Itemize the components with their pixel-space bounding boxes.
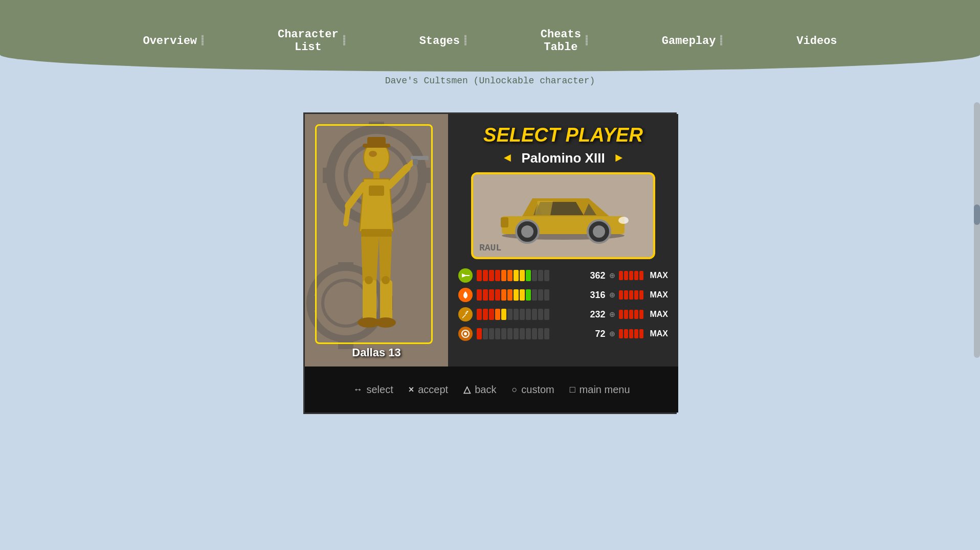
bar-seg xyxy=(489,289,494,301)
stat-value-1: 362 xyxy=(585,270,606,281)
scrollbar-thumb[interactable] xyxy=(974,204,980,225)
bar-container-3 xyxy=(477,309,581,320)
bar-seg xyxy=(483,289,488,301)
max-bar-seg xyxy=(639,310,643,319)
stat-max-label-4: MAX xyxy=(650,329,668,338)
max-bar-seg xyxy=(624,290,628,300)
bar-seg xyxy=(483,328,488,339)
prev-player-arrow[interactable]: ◄ xyxy=(504,151,511,165)
bar-seg xyxy=(501,270,506,281)
nav-item-stages[interactable]: Stages ⁞ xyxy=(409,28,478,54)
ctrl-main-menu: □ main menu xyxy=(570,384,630,396)
ctrl-label-select: select xyxy=(366,384,393,396)
bar-seg xyxy=(532,309,537,320)
nav-item-cheats-table[interactable]: CheatsTable ⁞ xyxy=(530,24,599,58)
bar-seg xyxy=(483,309,488,320)
bar-seg xyxy=(520,328,525,339)
ctrl-btn-main-menu: □ xyxy=(570,384,575,395)
bar-container-4 xyxy=(477,328,581,339)
nav-sep-4: ⁞ xyxy=(584,32,589,50)
arrow-right-icon xyxy=(461,271,470,280)
bar-seg xyxy=(544,289,549,301)
bar-seg xyxy=(532,328,537,339)
bar-seg xyxy=(544,309,549,320)
svg-point-50 xyxy=(464,332,467,335)
nav-sep-3: ⁞ xyxy=(463,32,467,50)
ctrl-label-back: back xyxy=(475,384,496,396)
bar-seg xyxy=(489,309,494,320)
car-display-box: RAUL xyxy=(471,172,655,259)
ctrl-select: ↔ select xyxy=(353,384,393,396)
max-bar-seg xyxy=(639,271,643,280)
stat-icon-3 xyxy=(458,307,473,322)
bar-seg xyxy=(544,270,549,281)
next-player-arrow[interactable]: ► xyxy=(615,151,622,165)
nav-item-character-list[interactable]: CharacterList ⁞ xyxy=(268,24,357,58)
bar-seg xyxy=(489,328,494,339)
scrollbar[interactable] xyxy=(974,102,980,358)
nav-sep-5: ⁞ xyxy=(719,32,723,50)
svg-rect-48 xyxy=(466,275,470,276)
max-bar-seg xyxy=(634,290,638,300)
overview-label: Overview xyxy=(143,35,197,48)
stat-max-bar-1 xyxy=(619,271,643,280)
max-bar-seg xyxy=(619,310,623,319)
nav-item-overview[interactable]: Overview ⁞ xyxy=(132,28,215,54)
target-icon xyxy=(461,329,470,338)
stat-icon-2 xyxy=(458,288,473,302)
bar-seg xyxy=(495,328,500,339)
max-bar-seg xyxy=(629,310,633,319)
nav-bar: Overview ⁞ CharacterList ⁞ Stages ⁞ Chea… xyxy=(0,0,980,72)
stat-value-4: 72 xyxy=(585,329,606,339)
subtitle-content: Dave's Cultsmen (Unlockable character) xyxy=(385,76,595,86)
bar-seg xyxy=(538,328,543,339)
char-border xyxy=(315,124,433,344)
bar-seg xyxy=(495,289,500,301)
bar-seg xyxy=(477,309,482,320)
max-bar-seg xyxy=(619,271,623,280)
bar-seg xyxy=(520,309,525,320)
cheats-table-label: CheatsTable xyxy=(541,28,581,54)
max-bar-seg xyxy=(634,271,638,280)
max-bar-seg xyxy=(629,329,633,338)
nav-sep-1: ⁞ xyxy=(200,32,205,50)
max-bar-seg xyxy=(639,290,643,300)
stat-row-2: 316 ⊕ MAX xyxy=(458,288,668,302)
stat-plus-3: ⊕ xyxy=(610,309,615,320)
stat-max-label-3: MAX xyxy=(650,310,668,319)
nav-item-gameplay[interactable]: Gameplay ⁞ xyxy=(652,28,734,54)
bar-seg xyxy=(477,270,482,281)
bar-container-2 xyxy=(477,289,581,301)
stat-icon-1 xyxy=(458,268,473,283)
subtitle-text: Dave's Cultsmen (Unlockable character) xyxy=(0,76,980,86)
bar-seg xyxy=(514,309,519,320)
car-svg xyxy=(486,175,640,247)
nav-item-videos[interactable]: Videos xyxy=(786,31,847,52)
stat-icon-4 xyxy=(458,327,473,341)
stat-value-2: 316 xyxy=(585,290,606,301)
ctrl-label-custom: custom xyxy=(521,384,554,396)
stat-value-3: 232 xyxy=(585,309,606,320)
bar-seg xyxy=(526,309,531,320)
bar-seg xyxy=(507,309,513,320)
gameplay-label: Gameplay xyxy=(662,35,716,48)
bar-seg xyxy=(538,289,543,301)
bar-seg xyxy=(532,289,537,301)
bar-seg xyxy=(514,289,519,301)
bar-seg xyxy=(526,289,531,301)
bar-seg xyxy=(495,270,500,281)
character-list-label: CharacterList xyxy=(278,28,339,54)
bar-seg xyxy=(514,328,519,339)
max-bar-seg xyxy=(634,329,638,338)
wrench-icon xyxy=(461,310,470,319)
nav-sep-2: ⁞ xyxy=(342,32,346,50)
controls-bar: ↔ select × accept △ back ○ custom □ main… xyxy=(305,366,678,413)
ctrl-back: △ back xyxy=(463,384,496,396)
svg-point-43 xyxy=(593,225,605,238)
stat-max-bar-4 xyxy=(619,329,643,338)
bar-seg xyxy=(514,270,519,281)
stat-row-1: 362 ⊕ MAX xyxy=(458,268,668,283)
bar-seg xyxy=(489,270,494,281)
bar-seg xyxy=(538,309,543,320)
ctrl-btn-accept: × xyxy=(409,384,414,395)
